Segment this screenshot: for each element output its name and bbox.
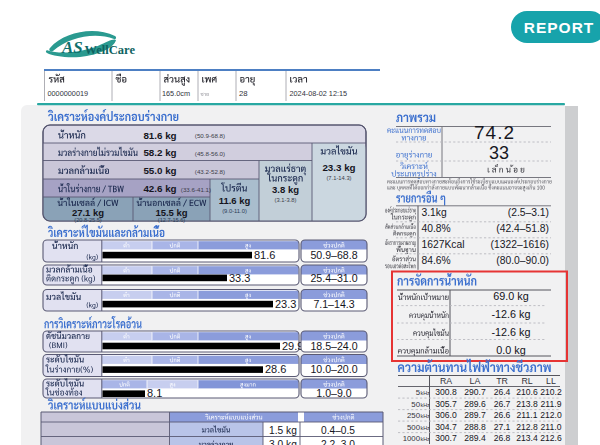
svg-text:288.8: 288.8	[464, 422, 486, 432]
svg-text:(43.2-52.8): (43.2-52.8)	[195, 168, 225, 175]
svg-text:-12.6 kg: -12.6 kg	[491, 326, 530, 338]
svg-text:(42.4–51.8): (42.4–51.8)	[496, 223, 549, 234]
svg-text:7.1–14.3: 7.1–14.3	[313, 298, 354, 310]
svg-text:3.1kg: 3.1kg	[422, 207, 447, 218]
svg-text:28: 28	[239, 89, 248, 98]
svg-text:2.2–3.0: 2.2–3.0	[321, 439, 355, 445]
svg-text:40.8%: 40.8%	[422, 223, 451, 234]
svg-text:0000000019: 0000000019	[48, 89, 89, 98]
svg-text:28.6: 28.6	[265, 363, 286, 375]
svg-text:kHz: kHz	[421, 425, 431, 431]
svg-text:306.0: 306.0	[435, 410, 457, 420]
svg-text:211.0: 211.0	[541, 422, 562, 432]
svg-text:211.1: 211.1	[517, 410, 538, 420]
svg-text:290.7: 290.7	[464, 387, 486, 397]
svg-text:3.0 kg: 3.0 kg	[269, 439, 297, 445]
svg-text:29.9: 29.9	[282, 340, 303, 352]
svg-text:305.7: 305.7	[435, 399, 457, 409]
svg-text:26.8: 26.8	[494, 433, 511, 443]
svg-text:(2.5–3.1): (2.5–3.1)	[508, 207, 549, 218]
svg-text:2024-08-02 12:15: 2024-08-02 12:15	[290, 89, 348, 98]
svg-text:55.0 kg: 55.0 kg	[143, 165, 176, 176]
svg-text:11.6 kg: 11.6 kg	[219, 195, 251, 206]
svg-text:74.2: 74.2	[474, 122, 515, 143]
svg-text:69.0 kg: 69.0 kg	[493, 290, 528, 302]
svg-text:10.0–20.0: 10.0–20.0	[310, 363, 357, 375]
svg-text:REPORT: REPORT	[524, 19, 595, 36]
svg-text:26.7: 26.7	[494, 399, 511, 409]
svg-text:(50.9-68.8): (50.9-68.8)	[195, 132, 225, 139]
svg-text:500: 500	[407, 423, 421, 432]
svg-text:211.9: 211.9	[541, 399, 562, 409]
svg-text:50.9–68.8: 50.9–68.8	[310, 249, 357, 261]
svg-text:289.6: 289.6	[464, 399, 486, 409]
svg-text:(3.1-3.8): (3.1-3.8)	[275, 197, 297, 203]
svg-text:250: 250	[407, 411, 421, 420]
svg-text:(20.8-25.5): (20.8-25.5)	[74, 217, 101, 223]
svg-text:kHz: kHz	[421, 436, 431, 442]
svg-text:81.6: 81.6	[254, 249, 275, 261]
svg-text:kHz: kHz	[421, 402, 431, 408]
svg-text:165.0cm: 165.0cm	[162, 89, 190, 98]
svg-text:212.0: 212.0	[540, 410, 562, 420]
svg-text:(80.0–90.0): (80.0–90.0)	[496, 255, 549, 266]
svg-text:213.4: 213.4	[516, 433, 538, 443]
svg-text:(1322–1616): (1322–1616)	[491, 239, 549, 250]
svg-text:212.6: 212.6	[540, 433, 562, 443]
svg-text:289.7: 289.7	[464, 410, 486, 420]
svg-text:23.3 kg: 23.3 kg	[322, 162, 355, 173]
svg-text:213.8: 213.8	[516, 399, 538, 409]
svg-text:8.1: 8.1	[147, 387, 162, 399]
svg-text:3.8 kg: 3.8 kg	[272, 184, 299, 195]
svg-text:(45.8-56.0): (45.8-56.0)	[195, 150, 225, 157]
svg-text:AS: AS	[61, 38, 83, 57]
svg-text:WellCare: WellCare	[85, 43, 136, 57]
svg-text:18.5–24.0: 18.5–24.0	[310, 340, 357, 352]
svg-text:1.0–9.0: 1.0–9.0	[316, 387, 351, 399]
svg-text:42.6 kg: 42.6 kg	[143, 183, 176, 194]
svg-text:33.3: 33.3	[229, 272, 250, 284]
svg-text:(7.1-14.3): (7.1-14.3)	[326, 175, 351, 181]
svg-text:50: 50	[411, 400, 420, 409]
svg-text:81.6 kg: 81.6 kg	[143, 130, 176, 141]
svg-text:kHz: kHz	[421, 413, 431, 419]
svg-text:kHz: kHz	[421, 390, 431, 396]
svg-text:26.4: 26.4	[494, 387, 511, 397]
svg-text:210.6: 210.6	[516, 387, 538, 397]
svg-text:TR: TR	[496, 376, 508, 386]
svg-text:58.2 kg: 58.2 kg	[143, 147, 176, 158]
svg-text:RA: RA	[440, 376, 452, 386]
svg-text:304.7: 304.7	[435, 422, 457, 432]
svg-text:0.0 kg: 0.0 kg	[496, 344, 525, 356]
svg-text:-12.6 kg: -12.6 kg	[491, 308, 530, 320]
svg-text:1627Kcal: 1627Kcal	[422, 239, 465, 250]
svg-text:84.6%: 84.6%	[422, 255, 451, 266]
svg-text:RL: RL	[521, 376, 532, 386]
svg-text:300.7: 300.7	[435, 433, 457, 443]
svg-text:(12.7-15.6): (12.7-15.6)	[158, 217, 185, 223]
svg-text:1000: 1000	[403, 434, 421, 443]
svg-text:25.4–31.0: 25.4–31.0	[310, 272, 357, 284]
svg-text:289.4: 289.4	[464, 433, 486, 443]
svg-text:212.8: 212.8	[516, 422, 538, 432]
svg-text:26.6: 26.6	[494, 410, 511, 420]
svg-text:27.1: 27.1	[494, 422, 511, 432]
svg-text:33: 33	[489, 143, 509, 163]
svg-text:300.8: 300.8	[435, 387, 457, 397]
svg-text:1.5 kg: 1.5 kg	[269, 425, 297, 436]
svg-text:(9.0-11.0): (9.0-11.0)	[222, 208, 247, 214]
svg-text:LA: LA	[470, 376, 481, 386]
svg-text:23.3: 23.3	[275, 298, 296, 310]
svg-text:LL: LL	[546, 376, 556, 386]
svg-text:(33.6-41.1): (33.6-41.1)	[181, 186, 211, 193]
svg-text:210.2: 210.2	[540, 387, 562, 397]
svg-text:0.4–0.5: 0.4–0.5	[321, 425, 355, 436]
